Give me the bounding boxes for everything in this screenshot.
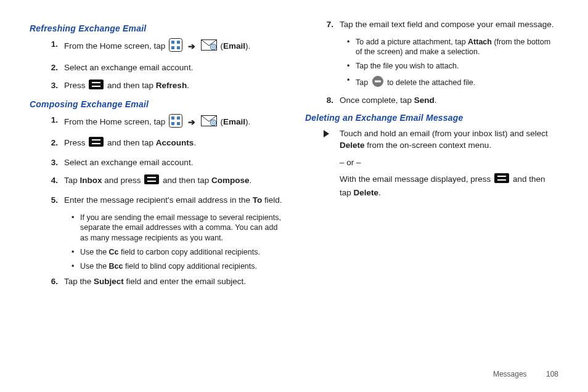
text: ). (245, 41, 250, 51)
text: . (378, 188, 381, 197)
step-item: 3. Press and then tap Refresh. (48, 80, 283, 93)
arrow-right-icon: ➔ (186, 116, 197, 129)
apps-grid-icon (169, 114, 182, 131)
bullet-icon: • (347, 37, 356, 47)
bullet-icon: • (71, 213, 80, 223)
svg-rect-27 (494, 173, 509, 183)
svg-rect-15 (177, 122, 180, 125)
svg-rect-9 (92, 82, 100, 83)
text: Press (64, 139, 88, 148)
text: Once complete, tap (340, 96, 414, 105)
step-number: 2. (48, 137, 64, 149)
text: field to carbon copy additional recipien… (119, 248, 260, 256)
step-number: 5. (48, 194, 64, 206)
text: and press (102, 176, 144, 186)
bullet-icon: • (71, 261, 80, 272)
text: to delete the attached file. (387, 78, 475, 87)
step-number: 8. (324, 94, 340, 107)
text: . (194, 139, 196, 148)
text: Press (64, 81, 88, 90)
section-heading-deleting: Deleting an Exchange Email Message (305, 113, 558, 123)
svg-rect-21 (92, 143, 100, 144)
footer-page-number: 108 (546, 370, 558, 378)
apps-grid-icon (169, 38, 182, 55)
step-number: 7. (324, 18, 340, 31)
text: Select an exchange email account. (64, 157, 283, 169)
svg-rect-14 (171, 122, 174, 125)
step-item: 8. Once complete, tap Send. (324, 94, 558, 107)
svg-rect-12 (171, 116, 174, 120)
sub-item: • Use the Bcc field to blind copy additi… (71, 261, 283, 272)
step-number: 2. (48, 62, 64, 74)
text: and then tap (107, 139, 156, 148)
step-item: 1. From the Home screen, tap ➔ (Email). (48, 114, 283, 131)
step-item: 4. Tap Inbox and press and then tap Comp… (48, 174, 283, 188)
text: Tap (356, 78, 370, 87)
section-heading-refreshing: Refreshing Exchange Email (30, 23, 283, 33)
svg-rect-4 (177, 46, 180, 49)
step-item: 7. Tap the email text field and compose … (324, 18, 558, 31)
text: Select an exchange email account. (64, 62, 283, 74)
text: and then tap (107, 81, 156, 90)
svg-rect-24 (147, 181, 156, 182)
text: With the email message displayed, press (340, 175, 493, 184)
text: . (187, 81, 189, 90)
step-number: 3. (48, 80, 64, 92)
inbox-label: Inbox (80, 176, 102, 186)
arrow-right-icon: ➔ (186, 41, 197, 53)
text: and then tap (163, 176, 211, 186)
svg-rect-0 (169, 39, 182, 52)
svg-rect-20 (92, 139, 100, 141)
section-heading-composing: Composing Exchange Email (30, 99, 283, 109)
text: . (435, 96, 437, 105)
sub-item: • Tap the file you wish to attach. (347, 61, 558, 71)
step-number: 1. (48, 38, 64, 51)
email-envelope-icon (201, 115, 217, 130)
delete-label: Delete (354, 188, 379, 197)
step-item: 2. Select an exchange email account. (48, 62, 283, 74)
attach-label: Attach (468, 38, 492, 46)
sub-item: • Tap to delete the attached file. (347, 75, 558, 91)
triangle-marker-icon (324, 130, 329, 137)
sub-item: • To add a picture attachment, tap Attac… (347, 37, 558, 58)
svg-rect-2 (177, 41, 180, 44)
text: Use the (80, 248, 109, 256)
svg-rect-3 (171, 46, 174, 49)
menu-button-icon (89, 80, 104, 93)
refresh-label: Refresh (156, 81, 187, 90)
email-label: Email (223, 117, 245, 126)
svg-rect-13 (177, 116, 180, 120)
svg-rect-10 (92, 86, 100, 87)
step-item: 3. Select an exchange email account. (48, 157, 283, 169)
text: field. (262, 195, 282, 205)
menu-button-icon (144, 174, 159, 188)
step-number: 1. (48, 114, 64, 126)
text: Enter the message recipient's email addr… (64, 195, 253, 205)
delete-label: Delete (340, 141, 365, 150)
svg-rect-29 (497, 179, 506, 181)
email-label: Email (223, 41, 245, 51)
sub-item: • If you are sending the email message t… (71, 213, 283, 244)
bullet-icon: • (347, 75, 356, 86)
step-item: 2. Press and then tap Accounts. (48, 137, 283, 150)
accounts-label: Accounts (156, 139, 194, 148)
text: from the on-screen context menu. (365, 141, 492, 150)
text: field to blind copy additional recipient… (123, 262, 258, 271)
bcc-label: Bcc (109, 262, 123, 271)
text: Tap the file you wish to attach. (356, 61, 558, 71)
menu-button-icon (89, 137, 104, 150)
step-item: Touch and hold an email (from your inbox… (324, 128, 558, 199)
svg-rect-28 (497, 176, 506, 177)
text: . (249, 176, 251, 186)
svg-rect-8 (89, 80, 104, 89)
text: If you are sending the email message to … (80, 213, 283, 244)
text: To add a picture attachment, tap (356, 38, 468, 46)
send-label: Send (414, 96, 435, 105)
bullet-icon: • (347, 61, 356, 71)
bullet-icon: • (71, 247, 80, 258)
step-item: 6. Tap the Subject field and enter the e… (48, 276, 283, 288)
svg-rect-23 (147, 177, 156, 178)
svg-rect-26 (375, 81, 381, 83)
text: Touch and hold an email (from your inbox… (340, 129, 548, 138)
email-envelope-icon (201, 39, 217, 54)
